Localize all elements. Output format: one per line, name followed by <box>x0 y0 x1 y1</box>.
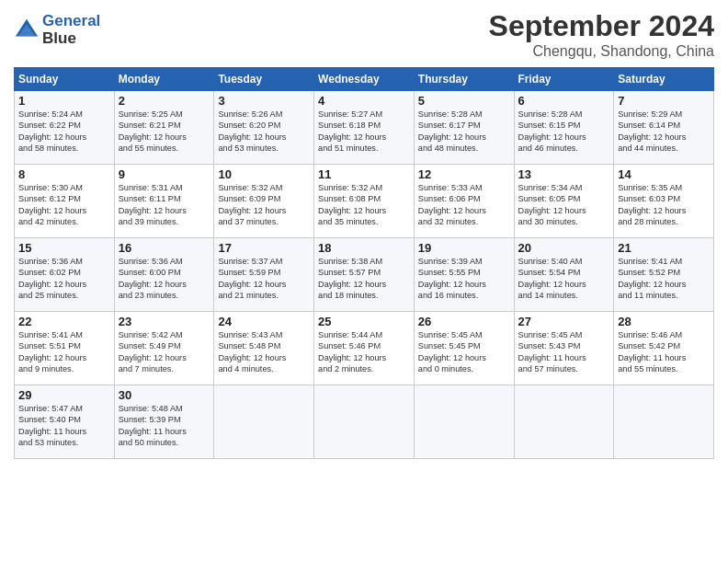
weekday-header-cell: Wednesday <box>314 68 415 91</box>
day-info: Sunrise: 5:34 AM Sunset: 6:05 PM Dayligh… <box>518 182 610 228</box>
day-number: 9 <box>119 167 210 181</box>
day-info: Sunrise: 5:30 AM Sunset: 6:12 PM Dayligh… <box>18 182 110 228</box>
calendar-cell: 28Sunrise: 5:46 AM Sunset: 5:42 PM Dayli… <box>614 312 714 385</box>
calendar-cell: 8Sunrise: 5:30 AM Sunset: 6:12 PM Daylig… <box>15 165 115 238</box>
day-info: Sunrise: 5:36 AM Sunset: 6:02 PM Dayligh… <box>18 256 110 302</box>
day-info: Sunrise: 5:39 AM Sunset: 5:55 PM Dayligh… <box>418 256 510 302</box>
day-number: 22 <box>18 315 110 328</box>
calendar-cell: 30Sunrise: 5:48 AM Sunset: 5:39 PM Dayli… <box>114 385 214 459</box>
calendar-cell: 9Sunrise: 5:31 AM Sunset: 6:11 PM Daylig… <box>114 165 214 238</box>
calendar-row: 8Sunrise: 5:30 AM Sunset: 6:12 PM Daylig… <box>15 165 714 238</box>
calendar-cell: 26Sunrise: 5:45 AM Sunset: 5:45 PM Dayli… <box>414 312 514 385</box>
calendar-cell: 6Sunrise: 5:28 AM Sunset: 6:15 PM Daylig… <box>514 91 614 165</box>
weekday-header-cell: Saturday <box>614 68 714 91</box>
day-info: Sunrise: 5:45 AM Sunset: 5:43 PM Dayligh… <box>518 329 610 375</box>
weekday-header-cell: Thursday <box>414 68 514 91</box>
calendar-cell: 18Sunrise: 5:38 AM Sunset: 5:57 PM Dayli… <box>314 238 415 312</box>
calendar-cell: 24Sunrise: 5:43 AM Sunset: 5:48 PM Dayli… <box>214 312 314 385</box>
day-number: 19 <box>418 241 510 255</box>
day-number: 28 <box>618 315 710 328</box>
day-info: Sunrise: 5:31 AM Sunset: 6:11 PM Dayligh… <box>119 182 210 228</box>
day-number: 11 <box>318 167 410 181</box>
title-area: September 2024 Chengqu, Shandong, China <box>489 9 714 60</box>
day-info: Sunrise: 5:36 AM Sunset: 6:00 PM Dayligh… <box>119 256 210 302</box>
day-info: Sunrise: 5:28 AM Sunset: 6:15 PM Dayligh… <box>518 109 610 155</box>
calendar-body: 1Sunrise: 5:24 AM Sunset: 6:22 PM Daylig… <box>15 91 714 459</box>
day-info: Sunrise: 5:25 AM Sunset: 6:21 PM Dayligh… <box>119 109 210 155</box>
day-info: Sunrise: 5:41 AM Sunset: 5:52 PM Dayligh… <box>618 256 710 302</box>
calendar-cell <box>514 385 614 459</box>
day-info: Sunrise: 5:38 AM Sunset: 5:57 PM Dayligh… <box>318 256 410 302</box>
calendar-cell: 2Sunrise: 5:25 AM Sunset: 6:21 PM Daylig… <box>114 91 214 165</box>
day-number: 15 <box>18 241 110 255</box>
main-container: General Blue September 2024 Chengqu, Sha… <box>0 0 728 468</box>
day-info: Sunrise: 5:24 AM Sunset: 6:22 PM Dayligh… <box>18 109 110 155</box>
calendar-cell: 3Sunrise: 5:26 AM Sunset: 6:20 PM Daylig… <box>214 91 314 165</box>
day-info: Sunrise: 5:46 AM Sunset: 5:42 PM Dayligh… <box>618 329 710 375</box>
day-number: 1 <box>18 94 110 108</box>
logo-icon <box>14 17 40 43</box>
logo: General Blue <box>14 13 100 47</box>
weekday-header-cell: Tuesday <box>214 68 314 91</box>
day-info: Sunrise: 5:43 AM Sunset: 5:48 PM Dayligh… <box>218 329 310 375</box>
day-number: 12 <box>418 167 510 181</box>
day-number: 25 <box>318 315 410 328</box>
day-number: 24 <box>218 315 310 328</box>
calendar-cell: 5Sunrise: 5:28 AM Sunset: 6:17 PM Daylig… <box>414 91 514 165</box>
day-number: 3 <box>218 94 310 108</box>
day-number: 10 <box>218 167 310 181</box>
calendar-cell: 4Sunrise: 5:27 AM Sunset: 6:18 PM Daylig… <box>314 91 415 165</box>
weekday-header-row: SundayMondayTuesdayWednesdayThursdayFrid… <box>15 68 714 91</box>
calendar-cell: 23Sunrise: 5:42 AM Sunset: 5:49 PM Dayli… <box>114 312 214 385</box>
calendar-cell: 25Sunrise: 5:44 AM Sunset: 5:46 PM Dayli… <box>314 312 415 385</box>
day-number: 29 <box>18 388 110 402</box>
day-info: Sunrise: 5:27 AM Sunset: 6:18 PM Dayligh… <box>318 109 410 155</box>
calendar-cell: 14Sunrise: 5:35 AM Sunset: 6:03 PM Dayli… <box>614 165 714 238</box>
header-area: General Blue September 2024 Chengqu, Sha… <box>14 9 714 60</box>
calendar-cell: 21Sunrise: 5:41 AM Sunset: 5:52 PM Dayli… <box>614 238 714 312</box>
day-number: 26 <box>418 315 510 328</box>
calendar-table: SundayMondayTuesdayWednesdayThursdayFrid… <box>14 67 714 459</box>
day-number: 4 <box>318 94 410 108</box>
day-info: Sunrise: 5:45 AM Sunset: 5:45 PM Dayligh… <box>418 329 510 375</box>
calendar-cell <box>314 385 415 459</box>
day-info: Sunrise: 5:28 AM Sunset: 6:17 PM Dayligh… <box>418 109 510 155</box>
calendar-cell <box>614 385 714 459</box>
day-info: Sunrise: 5:48 AM Sunset: 5:39 PM Dayligh… <box>119 403 210 449</box>
calendar-cell: 11Sunrise: 5:32 AM Sunset: 6:08 PM Dayli… <box>314 165 415 238</box>
weekday-header-cell: Monday <box>114 68 214 91</box>
day-info: Sunrise: 5:29 AM Sunset: 6:14 PM Dayligh… <box>618 109 710 155</box>
month-title: September 2024 <box>489 9 714 43</box>
day-number: 14 <box>618 167 710 181</box>
day-info: Sunrise: 5:40 AM Sunset: 5:54 PM Dayligh… <box>518 256 610 302</box>
calendar-cell <box>414 385 514 459</box>
day-info: Sunrise: 5:47 AM Sunset: 5:40 PM Dayligh… <box>18 403 110 449</box>
logo-text: General Blue <box>42 13 100 47</box>
day-info: Sunrise: 5:33 AM Sunset: 6:06 PM Dayligh… <box>418 182 510 228</box>
day-number: 7 <box>618 94 710 108</box>
day-info: Sunrise: 5:35 AM Sunset: 6:03 PM Dayligh… <box>618 182 710 228</box>
calendar-cell: 29Sunrise: 5:47 AM Sunset: 5:40 PM Dayli… <box>15 385 115 459</box>
calendar-cell: 27Sunrise: 5:45 AM Sunset: 5:43 PM Dayli… <box>514 312 614 385</box>
calendar-cell: 19Sunrise: 5:39 AM Sunset: 5:55 PM Dayli… <box>414 238 514 312</box>
calendar-cell: 7Sunrise: 5:29 AM Sunset: 6:14 PM Daylig… <box>614 91 714 165</box>
location-title: Chengqu, Shandong, China <box>489 43 714 60</box>
calendar-cell: 13Sunrise: 5:34 AM Sunset: 6:05 PM Dayli… <box>514 165 614 238</box>
calendar-cell: 12Sunrise: 5:33 AM Sunset: 6:06 PM Dayli… <box>414 165 514 238</box>
calendar-cell: 22Sunrise: 5:41 AM Sunset: 5:51 PM Dayli… <box>15 312 115 385</box>
calendar-row: 29Sunrise: 5:47 AM Sunset: 5:40 PM Dayli… <box>15 385 714 459</box>
calendar-cell: 1Sunrise: 5:24 AM Sunset: 6:22 PM Daylig… <box>15 91 115 165</box>
calendar-cell: 17Sunrise: 5:37 AM Sunset: 5:59 PM Dayli… <box>214 238 314 312</box>
day-number: 2 <box>119 94 210 108</box>
day-number: 30 <box>119 388 210 402</box>
day-number: 23 <box>119 315 210 328</box>
day-info: Sunrise: 5:44 AM Sunset: 5:46 PM Dayligh… <box>318 329 410 375</box>
calendar-cell: 20Sunrise: 5:40 AM Sunset: 5:54 PM Dayli… <box>514 238 614 312</box>
day-number: 13 <box>518 167 610 181</box>
day-number: 5 <box>418 94 510 108</box>
day-number: 27 <box>518 315 610 328</box>
calendar-row: 15Sunrise: 5:36 AM Sunset: 6:02 PM Dayli… <box>15 238 714 312</box>
day-number: 8 <box>18 167 110 181</box>
day-info: Sunrise: 5:32 AM Sunset: 6:09 PM Dayligh… <box>218 182 310 228</box>
day-number: 20 <box>518 241 610 255</box>
